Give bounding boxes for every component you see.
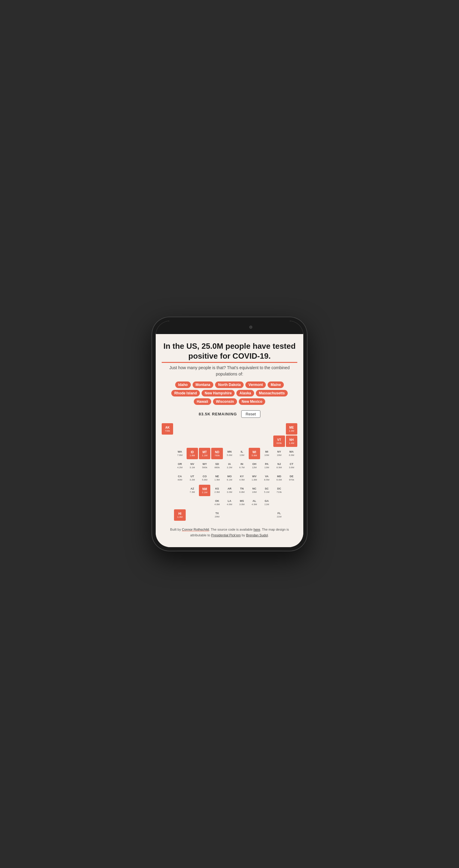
- map-empty-cell: [224, 423, 235, 435]
- state-cell-az[interactable]: AZ7.3M: [187, 485, 198, 496]
- state-cell-oh[interactable]: OH12M: [249, 460, 260, 471]
- reset-button[interactable]: Reset: [241, 410, 260, 418]
- state-cell-il[interactable]: IL13M: [236, 448, 248, 459]
- map-empty-cell: [199, 497, 210, 508]
- state-tag[interactable]: Idaho: [175, 381, 191, 388]
- us-map-grid: AK730kME1.3MVT620kNH1.4MWA7.6MID1.8MMT1.…: [162, 423, 297, 521]
- state-abbr-ct: CT: [290, 463, 293, 466]
- state-cell-nj[interactable]: NJ8.9M: [273, 460, 285, 471]
- state-tag[interactable]: Montana: [193, 381, 213, 388]
- state-cell-ky[interactable]: KY4.5M: [236, 472, 248, 484]
- state-cell-fl[interactable]: FL21M: [273, 509, 285, 521]
- author-link[interactable]: Connor Rothschild: [182, 528, 209, 531]
- state-cell-wa[interactable]: WA7.6M: [174, 448, 186, 459]
- state-cell-nc[interactable]: NC10M: [249, 485, 260, 496]
- state-abbr-sc: SC: [265, 487, 269, 491]
- state-abbr-va: VA: [265, 475, 268, 478]
- state-cell-va[interactable]: VA8.5M: [261, 472, 272, 484]
- state-tag[interactable]: Maine: [268, 381, 284, 388]
- state-abbr-mi: MI: [265, 450, 268, 454]
- state-cell-or[interactable]: OR4.2M: [174, 460, 186, 471]
- map-empty-cell: [286, 485, 297, 496]
- state-abbr-ca: CA: [178, 475, 182, 478]
- state-cell-ma[interactable]: MA6.9M: [286, 448, 297, 459]
- footer-built-by: Built by: [170, 528, 182, 531]
- state-pop-az: 7.3M: [190, 491, 195, 494]
- state-cell-wi[interactable]: WI5.8M: [249, 448, 260, 459]
- state-cell-dc[interactable]: DC710k: [273, 485, 285, 496]
- state-cell-wy[interactable]: WY580k: [199, 460, 210, 471]
- state-cell-ct[interactable]: CT3.6M: [286, 460, 297, 471]
- state-cell-mt[interactable]: MT1.1M: [199, 448, 210, 459]
- state-abbr-fl: FL: [277, 512, 281, 515]
- state-tag[interactable]: North Dakota: [215, 381, 243, 388]
- state-cell-ne[interactable]: NE1.9M: [211, 472, 223, 484]
- state-cell-nd[interactable]: ND760k: [211, 448, 223, 459]
- state-cell-sc[interactable]: SC5.1M: [261, 485, 272, 496]
- state-cell-ms[interactable]: MS3.0M: [236, 497, 248, 508]
- state-cell-me[interactable]: ME1.3M: [286, 423, 297, 435]
- state-abbr-nc: NC: [252, 487, 256, 491]
- state-cell-tx[interactable]: TX29M: [211, 509, 223, 521]
- state-cell-mi[interactable]: MI10M: [261, 448, 272, 459]
- state-cell-md[interactable]: MD6.0M: [273, 472, 285, 484]
- state-abbr-dc: DC: [277, 487, 281, 491]
- state-cell-ca[interactable]: CA40M: [174, 472, 186, 484]
- state-cell-de[interactable]: DE970k: [286, 472, 297, 484]
- state-cell-vt[interactable]: VT620k: [273, 435, 285, 447]
- state-abbr-ga: GA: [265, 499, 269, 503]
- state-cell-nv[interactable]: NV3.1M: [187, 460, 198, 471]
- here-link[interactable]: here: [254, 528, 260, 531]
- map-container: AK730kME1.3MVT620kNH1.4MWA7.6MID1.8MMT1.…: [162, 423, 297, 521]
- footer-end: .: [268, 533, 269, 537]
- state-cell-sd[interactable]: SD880k: [211, 460, 223, 471]
- state-cell-id[interactable]: ID1.8M: [187, 448, 198, 459]
- state-cell-ia[interactable]: IA3.2M: [224, 460, 235, 471]
- state-tag[interactable]: Vermont: [245, 381, 266, 388]
- state-cell-ak[interactable]: AK730k: [162, 423, 173, 435]
- pp-link[interactable]: Presidential Pick'em: [211, 533, 241, 537]
- state-cell-ok[interactable]: OK4.0M: [211, 497, 223, 508]
- map-empty-cell: [162, 435, 173, 447]
- state-cell-tn[interactable]: TN6.8M: [236, 485, 248, 496]
- state-cell-co[interactable]: CO5.8M: [199, 472, 210, 484]
- state-pop-or: 4.2M: [177, 466, 183, 469]
- state-cell-la[interactable]: LA4.6M: [224, 497, 235, 508]
- state-cell-ut[interactable]: UT3.2M: [187, 472, 198, 484]
- brendan-link[interactable]: Brendan Sudol: [246, 533, 268, 537]
- state-tag[interactable]: New Hampshire: [202, 390, 235, 397]
- state-cell-al[interactable]: AL4.9M: [249, 497, 260, 508]
- state-abbr-wv: WV: [252, 475, 257, 478]
- map-empty-cell: [187, 423, 198, 435]
- state-cell-nm[interactable]: NM2.1M: [199, 485, 210, 496]
- state-tag[interactable]: Alaska: [236, 390, 254, 397]
- state-tag[interactable]: Hawaii: [194, 398, 211, 405]
- state-pop-mt: 1.1M: [202, 454, 207, 457]
- map-empty-cell: [162, 497, 173, 508]
- state-tag[interactable]: Rhode Island: [171, 390, 200, 397]
- state-cell-ny[interactable]: NY19M: [273, 448, 285, 459]
- state-abbr-de: DE: [290, 475, 294, 478]
- state-cell-hi[interactable]: HI1.4M: [174, 509, 186, 521]
- remaining-text: 83.5K REMAINING: [199, 412, 237, 416]
- state-tag[interactable]: Massachusetts: [256, 390, 288, 397]
- map-empty-cell: [199, 435, 210, 447]
- map-empty-cell: [249, 423, 260, 435]
- state-cell-mo[interactable]: MO6.1M: [224, 472, 235, 484]
- state-tag[interactable]: New Mexico: [239, 398, 265, 405]
- state-cell-nh[interactable]: NH1.4M: [286, 435, 297, 447]
- state-cell-ar[interactable]: AR3.0M: [224, 485, 235, 496]
- state-pop-ak: 730k: [165, 430, 170, 433]
- state-cell-pa[interactable]: PA13M: [261, 460, 272, 471]
- state-cell-wv[interactable]: WV1.8M: [249, 472, 260, 484]
- state-cell-mn[interactable]: MN5.6M: [224, 448, 235, 459]
- state-tag[interactable]: Wisconsin: [213, 398, 237, 405]
- state-abbr-co: CO: [203, 475, 207, 478]
- state-cell-ks[interactable]: KS2.9M: [211, 485, 223, 496]
- state-cell-in[interactable]: IN6.7M: [236, 460, 248, 471]
- state-cell-ga[interactable]: GA11M: [261, 497, 272, 508]
- notch: [208, 324, 251, 332]
- camera-dot: [249, 326, 252, 329]
- state-abbr-ma: MA: [290, 450, 294, 454]
- map-empty-cell: [174, 497, 186, 508]
